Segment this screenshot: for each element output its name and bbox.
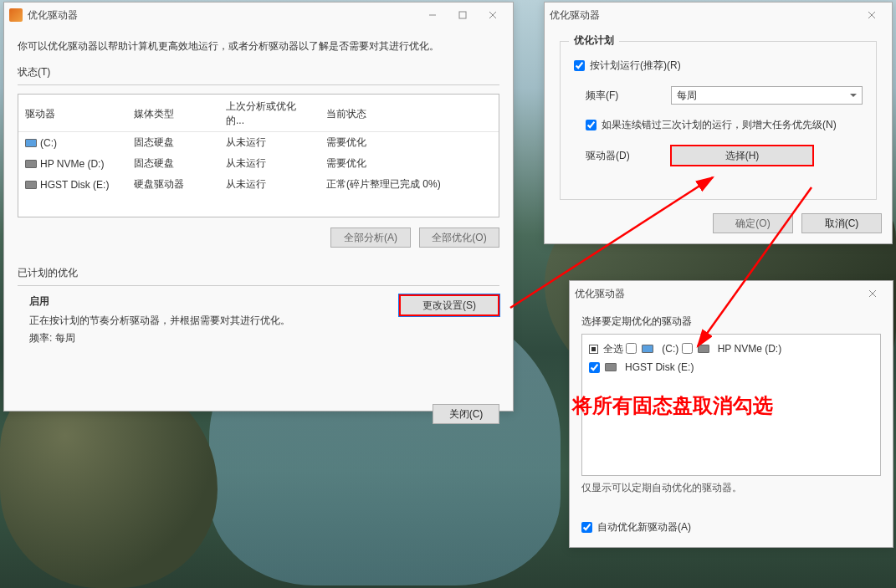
col-drive: 驱动器: [18, 95, 127, 132]
minimize-button[interactable]: [417, 3, 448, 27]
drive-icon: [25, 139, 37, 147]
checkbox-input[interactable]: [589, 362, 600, 373]
col-last: 上次分析或优化的...: [219, 95, 320, 132]
run-on-schedule-checkbox[interactable]: 按计划运行(推荐)(R): [574, 59, 681, 73]
checkbox-input[interactable]: [626, 343, 637, 354]
checkbox-input[interactable]: [581, 522, 592, 533]
drive-icon: [25, 181, 37, 189]
close-button[interactable]: [858, 282, 888, 305]
missed-runs-checkbox[interactable]: 如果连续错过三次计划的运行，则增大任务优先级(N): [586, 118, 837, 132]
drives-table[interactable]: 驱动器 媒体类型 上次分析或优化的... 当前状态 (C:) 固态硬盘 从未运行…: [18, 94, 499, 217]
ok-button[interactable]: 确定(O): [713, 213, 793, 233]
window-title: 优化驱动器: [28, 8, 78, 23]
checkbox-input[interactable]: [586, 120, 596, 130]
drive-icon: [698, 345, 709, 353]
cancel-button[interactable]: 取消(C): [801, 213, 882, 233]
window-title: 优化驱动器: [575, 287, 625, 301]
checkbox-input[interactable]: [682, 343, 693, 354]
analyze-all-button[interactable]: 全部分析(A): [330, 228, 411, 248]
titlebar: 优化驱动器: [545, 3, 892, 28]
select-all-row[interactable]: 全选: [589, 342, 623, 356]
close-button[interactable]: [857, 3, 887, 27]
schedule-block: 启用 正在按计划的节奏分析驱动器，并根据需要对其进行优化。 频率: 每周 更改设…: [18, 294, 499, 345]
divider: [18, 285, 499, 286]
tristate-checkbox[interactable]: [589, 345, 598, 354]
col-status: 当前状态: [320, 95, 499, 132]
drive-icon: [25, 160, 37, 168]
optimize-drives-window: 优化驱动器 你可以优化驱动器以帮助计算机更高效地运行，或者分析驱动器以了解是否需…: [3, 2, 514, 412]
dialog-footer: 确定(O) 取消(C): [545, 205, 892, 242]
choose-desc: 选择要定期优化的驱动器: [581, 314, 881, 329]
window-title: 优化驱动器: [550, 8, 600, 23]
table-row[interactable]: HGST Disk (E:) 硬盘驱动器 从未运行 正常(碎片整理已完成 0%): [18, 174, 499, 195]
auto-optimize-new-checkbox[interactable]: 自动优化新驱动器(A): [581, 520, 691, 534]
schedule-fieldset: 优化计划 按计划运行(推荐)(R) 频率(F) 每周 如果连续错过三次计划的运行…: [560, 41, 877, 200]
app-icon: [9, 8, 23, 22]
choose-drives-button[interactable]: 选择(H): [671, 146, 813, 166]
drive-checkbox-row[interactable]: HP NVMe (D:): [682, 343, 781, 355]
titlebar: 优化驱动器: [570, 281, 893, 306]
annotation-text: 将所有固态盘取消勾选: [572, 392, 773, 419]
frequency-dropdown[interactable]: 每周: [671, 86, 863, 105]
frequency-label: 频率(F): [586, 89, 661, 103]
checkbox-input[interactable]: [574, 60, 585, 71]
fieldset-title: 优化计划: [569, 33, 619, 48]
change-settings-button[interactable]: 更改设置(S): [399, 294, 499, 316]
table-row[interactable]: (C:) 固态硬盘 从未运行 需要优化: [18, 132, 499, 154]
close-button[interactable]: [478, 3, 508, 27]
drives-label: 驱动器(D): [586, 149, 661, 163]
dialog-content: 优化计划 按计划运行(推荐)(R) 频率(F) 每周 如果连续错过三次计划的运行…: [545, 28, 892, 205]
scheduled-label: 已计划的优化: [18, 266, 499, 280]
description-text: 你可以优化驱动器以帮助计算机更高效地运行，或者分析驱动器以了解是否需要对其进行优…: [18, 39, 499, 54]
drive-checkbox-row[interactable]: (C:): [626, 343, 678, 355]
optimize-all-button[interactable]: 全部优化(O): [419, 228, 499, 248]
svg-rect-1: [459, 12, 466, 18]
table-header-row: 驱动器 媒体类型 上次分析或优化的... 当前状态: [18, 95, 499, 132]
maximize-button[interactable]: [448, 3, 478, 27]
close-button[interactable]: 关闭(C): [433, 404, 499, 424]
table-row[interactable]: HP NVMe (D:) 固态硬盘 从未运行 需要优化: [18, 153, 499, 174]
divider: [18, 84, 499, 85]
dialog-content: 选择要定期优化的驱动器 全选 (C:) HP NVMe (D:) HGST Di…: [570, 306, 893, 548]
schedule-settings-dialog: 优化驱动器 优化计划 按计划运行(推荐)(R) 频率(F) 每周 如果连续错过三…: [544, 2, 893, 244]
col-media: 媒体类型: [127, 95, 219, 132]
status-label: 状态(T): [18, 65, 499, 79]
drive-checkbox-row[interactable]: HGST Disk (E:): [589, 361, 694, 373]
frequency-text: 频率: 每周: [29, 331, 499, 345]
hint-text: 仅显示可以定期自动优化的驱动器。: [581, 481, 881, 495]
window-content: 你可以优化驱动器以帮助计算机更高效地运行，或者分析驱动器以了解是否需要对其进行优…: [4, 28, 513, 432]
titlebar: 优化驱动器: [4, 3, 513, 28]
drive-icon: [642, 345, 653, 353]
drive-icon: [605, 363, 617, 371]
